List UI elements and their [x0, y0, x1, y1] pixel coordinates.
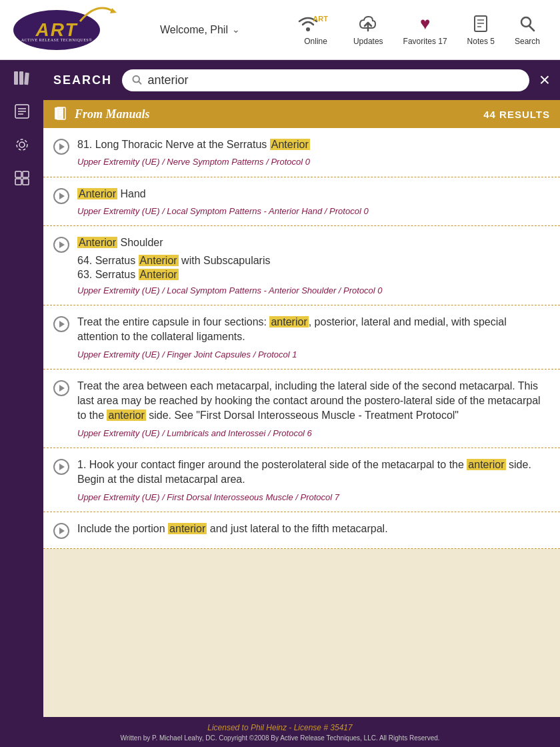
result-content-7: Include the portion anterior and just la… — [77, 522, 550, 540]
result-path-1: Upper Extremity (UE) / Nerve Symptom Pat… — [77, 156, 550, 168]
nav-notes-label: Notes 5 — [467, 37, 495, 46]
result-subtitle-3a: 64. Serratus Anterior with Subscapularis — [77, 255, 550, 267]
result-content-2: Anterior Hand Upper Extremity (UE) / Loc… — [77, 187, 550, 218]
welcome-area: Welcome, Phil ⌄ — [160, 24, 298, 36]
result-title-2: Anterior Hand — [77, 187, 550, 201]
result-path-4: Upper Extremity (UE) / Finger Joint Caps… — [77, 349, 550, 361]
search-input-wrap — [122, 69, 529, 91]
footer-license: Licensed to Phil Heinz - License # 35417 — [207, 723, 352, 732]
result-item: Anterior Hand Upper Extremity (UE) / Loc… — [43, 177, 560, 227]
results-count: 44 RESULTS — [483, 109, 550, 120]
result-path-5: Upper Extremity (UE) / Lumbricals and In… — [77, 428, 550, 440]
result-subtitle-3b: 63. Serratus Anterior — [77, 269, 550, 281]
sidebar-item-grid[interactable] — [14, 170, 30, 190]
section-header-left: From Manuals — [53, 107, 150, 121]
header: ART ACTIVE RELEASE TECHNIQUES® Welcome, … — [0, 0, 560, 60]
play-triangle-icon — [59, 321, 65, 327]
nav-search-label: Search — [515, 37, 540, 46]
nav-online[interactable]: ART Online — [298, 14, 333, 46]
play-triangle-icon — [59, 464, 65, 470]
result-title-5: Treat the area between each metacarpal, … — [77, 379, 550, 424]
result-content-5: Treat the area between each metacarpal, … — [77, 379, 550, 440]
result-item: Treat the entire capsule in four section… — [43, 305, 560, 369]
nav-icons: ART Online Updates ♥ Favorites 17 — [298, 14, 540, 46]
result-path-6: Upper Extremity (UE) / First Dorsal Inte… — [77, 492, 550, 504]
logo-area: ART ACTIVE RELEASE TECHNIQUES® — [13, 10, 147, 50]
content-area: SEARCH × — [43, 60, 560, 717]
result-content-6: 1. Hook your contact finger around the p… — [77, 458, 550, 504]
result-title-1: 81. Long Thoracic Nerve at the Serratus … — [77, 137, 550, 152]
play-button-5[interactable] — [53, 380, 69, 396]
result-path-3: Upper Extremity (UE) / Local Symptom Pat… — [77, 285, 550, 297]
search-icon — [519, 15, 536, 33]
main-layout: SEARCH × — [0, 60, 560, 717]
play-button-3[interactable] — [53, 237, 69, 253]
result-item: Include the portion anterior and just la… — [43, 512, 560, 549]
svg-rect-9 — [14, 71, 18, 85]
play-button-6[interactable] — [53, 459, 69, 475]
play-button-1[interactable] — [53, 139, 69, 155]
sidebar — [0, 60, 43, 717]
nav-favorites[interactable]: ♥ Favorites 17 — [403, 14, 447, 46]
svg-rect-20 — [15, 179, 21, 185]
result-content-3: Anterior Shoulder 64. Serratus Anterior … — [77, 235, 550, 297]
logo: ART ACTIVE RELEASE TECHNIQUES® — [13, 10, 100, 50]
art-badge: ART — [313, 15, 328, 23]
close-button[interactable]: × — [539, 69, 550, 91]
result-title-6: 1. Hook your contact finger around the p… — [77, 458, 550, 488]
result-title-text: 81. Long Thoracic Nerve at the Serratus — [77, 139, 270, 150]
svg-rect-10 — [19, 71, 23, 85]
result-content-1: 81. Long Thoracic Nerve at the Serratus … — [77, 137, 550, 169]
cloud-upload-icon — [358, 15, 378, 33]
sidebar-item-list[interactable] — [14, 103, 30, 123]
highlight: Anterior — [139, 269, 179, 280]
highlight: Anterior — [77, 237, 117, 248]
nav-updates[interactable]: Updates — [353, 14, 383, 46]
svg-point-1 — [306, 27, 310, 31]
svg-line-23 — [139, 81, 141, 84]
footer-copyright: Written by P. Michael Leahy, DC. Copyrig… — [120, 734, 439, 742]
result-item: Treat the area between each metacarpal, … — [43, 369, 560, 448]
result-item: 81. Long Thoracic Nerve at the Serratus … — [43, 128, 560, 177]
result-item: 1. Hook your contact finger around the p… — [43, 448, 560, 512]
highlight: anterior — [269, 316, 308, 327]
manual-icon — [53, 107, 68, 121]
svg-rect-19 — [23, 171, 29, 177]
result-title-4: Treat the entire capsule in four section… — [77, 315, 550, 345]
nav-updates-label: Updates — [353, 37, 383, 46]
play-button-7[interactable] — [53, 523, 69, 539]
svg-rect-21 — [23, 179, 29, 185]
nav-favorites-label: Favorites 17 — [403, 37, 447, 46]
search-input[interactable] — [147, 73, 519, 87]
logo-subtitle: ACTIVE RELEASE TECHNIQUES® — [21, 38, 92, 42]
search-bar: SEARCH × — [43, 60, 560, 100]
search-input-icon — [132, 75, 142, 85]
result-title-text: Hand — [117, 188, 146, 199]
play-triangle-icon — [59, 528, 65, 534]
svg-point-17 — [17, 139, 27, 150]
nav-notes[interactable]: Notes 5 — [467, 14, 495, 46]
footer: Licensed to Phil Heinz - License # 35417… — [0, 717, 560, 747]
play-button-2[interactable] — [53, 188, 69, 204]
svg-point-16 — [19, 142, 25, 147]
nav-search[interactable]: Search — [515, 14, 540, 46]
result-item: Anterior Shoulder 64. Serratus Anterior … — [43, 226, 560, 305]
highlight: Anterior — [270, 139, 310, 150]
play-button-4[interactable] — [53, 316, 69, 332]
result-title-3: Anterior Shoulder — [77, 235, 550, 250]
chevron-down-icon[interactable]: ⌄ — [232, 24, 240, 35]
section-header: From Manuals 44 RESULTS — [43, 100, 560, 128]
svg-rect-24 — [55, 107, 63, 119]
highlight: anterior — [467, 459, 505, 470]
sidebar-item-settings[interactable] — [14, 137, 30, 157]
highlight: Anterior — [77, 188, 117, 199]
highlight: anterior — [168, 523, 207, 534]
svg-marker-0 — [110, 8, 117, 13]
play-triangle-icon — [59, 193, 65, 199]
sidebar-item-books[interactable] — [13, 70, 31, 90]
svg-rect-18 — [15, 171, 21, 177]
play-triangle-icon — [59, 385, 65, 392]
notes-icon — [473, 15, 489, 33]
play-triangle-icon — [59, 241, 65, 248]
result-path-2: Upper Extremity (UE) / Local Symptom Pat… — [77, 205, 550, 217]
